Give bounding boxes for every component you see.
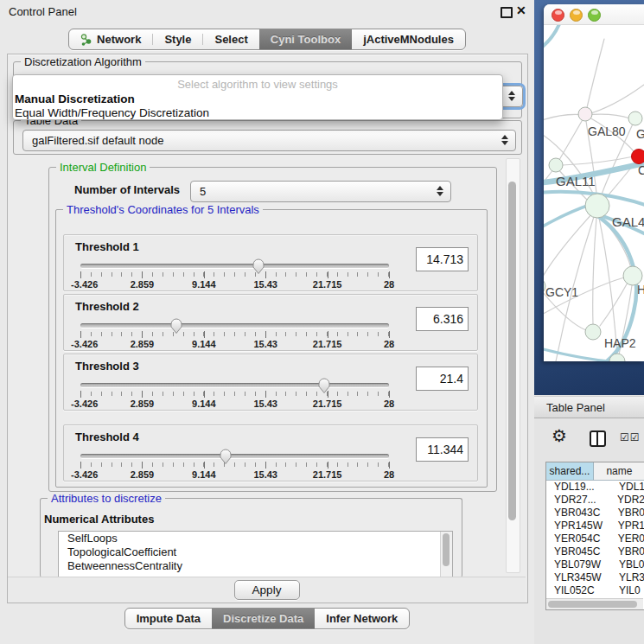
attribute-item[interactable]: SelfLoops <box>59 532 452 545</box>
cell-shared-name[interactable]: YBL079W <box>546 558 610 571</box>
cell-shared-name[interactable]: YDL19... <box>546 481 610 494</box>
threshold-panel: Threshold 4-3.4262.8599.14415.4321.71528 <box>63 424 478 481</box>
table-row[interactable]: YIL052CYIL0 <box>546 584 644 597</box>
close-icon[interactable]: ✕ <box>516 3 526 17</box>
cell-shared-name[interactable]: YBR045C <box>546 545 609 558</box>
attribute-item[interactable]: BetweennessCentrality <box>59 559 452 573</box>
node-attribute-table[interactable]: shared... name YDL19...YDL1YDR27...YDR2Y… <box>545 462 644 610</box>
table-row[interactable]: YER054CYER0 <box>546 532 644 545</box>
table-row[interactable]: YDL19...YDL1 <box>546 481 644 494</box>
table-row[interactable]: YBL079WYBL0 <box>546 558 644 571</box>
tab-select[interactable]: Select <box>203 29 258 49</box>
network-node-ga[interactable] <box>628 112 642 125</box>
slider-major-tick <box>80 271 81 278</box>
threshold-slider[interactable]: -3.4262.8599.14415.4321.71528 <box>80 377 389 408</box>
network-node-gal80[interactable] <box>578 107 592 121</box>
number-of-intervals-value: 5 <box>200 185 206 198</box>
attributes-scrollbar-thumb[interactable] <box>443 533 450 566</box>
cell-name[interactable]: YBR0 <box>609 545 644 558</box>
slider-thumb[interactable] <box>169 317 183 335</box>
column-header-shared-name[interactable]: shared... <box>546 462 594 481</box>
cell-name[interactable]: YIL0 <box>610 584 641 597</box>
threshold-value-field[interactable] <box>416 437 469 462</box>
slider-track[interactable] <box>80 383 389 387</box>
table-row[interactable]: YDR27...YDR2 <box>546 494 644 507</box>
panel-scrollbar-thumb[interactable] <box>508 182 516 520</box>
slider-thumb[interactable] <box>252 258 265 275</box>
minimize-traffic-icon[interactable] <box>570 9 583 22</box>
attributes-scrollbar[interactable] <box>440 532 452 577</box>
table-row[interactable]: YBR045CYBR0 <box>546 545 644 558</box>
table-horizontal-scrollbar[interactable] <box>546 598 643 609</box>
column-header-name[interactable]: name <box>594 462 644 481</box>
float-window-icon[interactable] <box>501 7 513 18</box>
tab-infer-network[interactable]: Infer Network <box>315 609 409 628</box>
cell-shared-name[interactable]: YBR043C <box>546 507 609 520</box>
panel-scrollbar[interactable] <box>506 158 520 573</box>
slider-thumb[interactable] <box>219 448 233 465</box>
network-node-gal4[interactable] <box>585 194 609 218</box>
algorithm-option[interactable]: Equal Width/Frequency Discretization <box>13 105 502 119</box>
network-edge-highlighted[interactable] <box>544 25 561 51</box>
table-row[interactable]: YBR043CYBR0 <box>546 507 644 520</box>
tab-discretize-data[interactable]: Discretize Data <box>212 609 315 628</box>
table-rows: YDL19...YDL1YDR27...YDR2YBR043CYBR0YPR14… <box>546 481 644 597</box>
zoom-traffic-icon[interactable] <box>588 9 601 22</box>
slider-track[interactable] <box>80 264 389 268</box>
split-columns-icon[interactable] <box>590 430 606 447</box>
cell-name[interactable]: YLR3 <box>610 571 644 584</box>
numerical-attributes-list[interactable]: SelfLoopsTopologicalCoefficientBetweenne… <box>58 531 453 578</box>
gear-icon[interactable]: ⚙ <box>552 427 567 444</box>
network-edge[interactable] <box>559 115 585 160</box>
cyni-toolbox-pane: Discretization Algorithm Select algorith… <box>7 54 528 603</box>
network-node-hap2[interactable] <box>585 324 601 340</box>
threshold-value-field[interactable] <box>416 247 469 271</box>
table-row[interactable]: YLR345WYLR3 <box>546 571 644 584</box>
network-window-titlebar <box>544 4 644 25</box>
threshold-value-field[interactable] <box>416 367 469 391</box>
network-canvas[interactable]: GAL80GACGAL11GAL4GCY1HHAP2 <box>544 25 644 361</box>
tab-network[interactable]: Network <box>69 29 152 49</box>
slider-major-tick <box>142 391 143 398</box>
attribute-item[interactable]: TopologicalCoefficient <box>59 545 452 559</box>
slider-track[interactable] <box>80 323 389 328</box>
threshold-value-field[interactable] <box>416 307 469 331</box>
cell-name[interactable]: YDR2 <box>609 494 644 507</box>
apply-button[interactable]: Apply <box>234 580 300 600</box>
cell-name[interactable]: YER0 <box>609 532 644 545</box>
network-node-gal11[interactable] <box>549 158 563 172</box>
cell-shared-name[interactable]: YIL052C <box>546 584 610 597</box>
tab-style[interactable]: Style <box>153 29 202 49</box>
number-of-intervals-combobox[interactable]: 5 <box>190 181 451 202</box>
algorithm-option[interactable]: Manual Discretization <box>13 92 502 105</box>
tab-label: Select <box>214 33 247 46</box>
cell-shared-name[interactable]: YDR27... <box>546 494 609 507</box>
slider-major-tick <box>142 271 143 278</box>
threshold-slider[interactable]: -3.4262.8599.14415.4321.71528 <box>80 448 389 479</box>
cell-name[interactable]: YPR1 <box>609 520 644 532</box>
close-traffic-icon[interactable] <box>552 9 564 22</box>
table-data-combobox[interactable]: galFiltered.sif default node <box>22 130 516 151</box>
cell-name[interactable]: YDL1 <box>610 481 644 494</box>
network-edge-highlighted[interactable] <box>544 204 592 230</box>
threshold-slider[interactable]: -3.4262.8599.14415.4321.71528 <box>80 258 389 289</box>
slider-major-tick <box>142 462 143 469</box>
table-row[interactable]: YPR145WYPR1 <box>546 520 644 532</box>
cell-shared-name[interactable]: YLR345W <box>546 571 610 584</box>
cell-shared-name[interactable]: YER054C <box>546 532 609 545</box>
cell-name[interactable]: YBL0 <box>610 558 644 571</box>
tab-impute-data[interactable]: Impute Data <box>125 609 212 628</box>
slider-track[interactable] <box>80 454 389 458</box>
threshold-slider[interactable]: -3.4262.8599.14415.4321.71528 <box>80 317 389 348</box>
column-checkboxes-icon[interactable]: ☑☑ <box>620 431 641 443</box>
tab-cyni-toolbox[interactable]: Cyni Toolbox <box>259 29 352 49</box>
network-edge[interactable] <box>593 218 596 324</box>
network-node-c[interactable] <box>632 150 644 164</box>
cell-shared-name[interactable]: YPR145W <box>546 520 609 532</box>
cell-name[interactable]: YBR0 <box>609 507 644 520</box>
slider-thumb[interactable] <box>317 377 331 394</box>
network-edge[interactable] <box>585 39 604 115</box>
network-edge[interactable] <box>585 82 644 115</box>
tab-jactivemnodules[interactable]: jActiveMNodules <box>352 29 465 49</box>
table-horizontal-scrollbar-thumb[interactable] <box>548 601 637 608</box>
